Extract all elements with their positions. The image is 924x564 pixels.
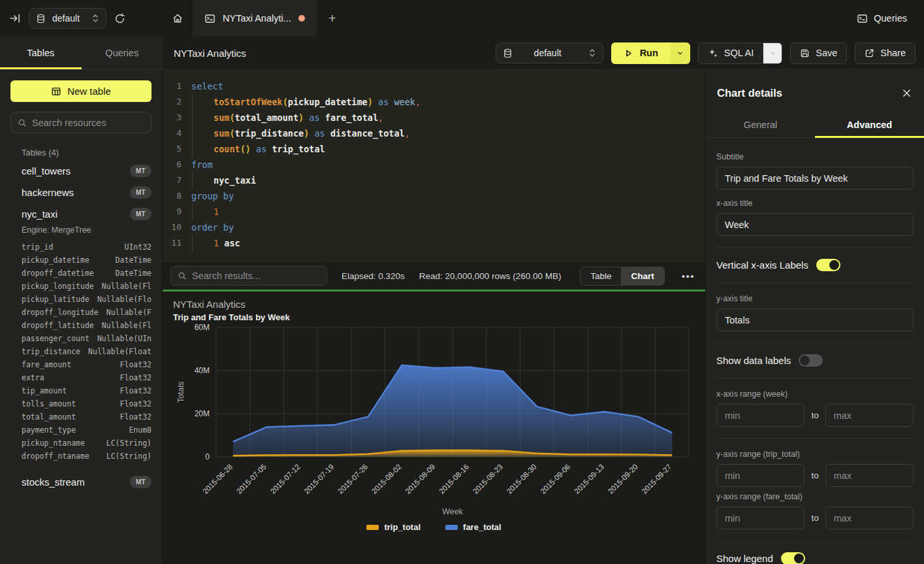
queries-label: Queries [874, 13, 907, 24]
view-toggle-table[interactable]: Table [581, 267, 621, 285]
page-title: NYTaxi Analytics [163, 37, 246, 69]
header-actions: default Run SQL AI Save [496, 37, 924, 69]
legend-label: trip_total [384, 522, 421, 532]
legend-item-trip_total[interactable]: trip_total [366, 522, 421, 532]
svg-text:2015-09-13: 2015-09-13 [573, 463, 605, 495]
column-row: dropoff_latitudeNullable(Fl [10, 319, 151, 332]
home-icon[interactable] [163, 0, 193, 37]
xaxis-range-max-input[interactable] [825, 404, 914, 427]
table-name: cell_towers [22, 165, 71, 176]
code-line: 91 [163, 204, 705, 220]
subtitle-input[interactable] [716, 167, 914, 190]
results-search-input[interactable] [192, 271, 320, 281]
results-chart: 020M40M60M2015-06-282015-07-052015-07-12… [173, 322, 695, 521]
resource-search-input[interactable] [32, 118, 144, 128]
collapse-sidebar-icon[interactable] [9, 12, 21, 24]
sql-ai-chevron[interactable] [763, 43, 782, 63]
save-button[interactable]: Save [790, 42, 847, 64]
legend-swatch [445, 525, 458, 530]
save-icon [800, 48, 810, 58]
svg-text:0: 0 [205, 452, 210, 461]
svg-text:2015-07-05: 2015-07-05 [235, 463, 268, 495]
sidebar-tab-queries[interactable]: Queries [82, 37, 163, 69]
close-icon[interactable] [900, 87, 913, 99]
new-tab-icon[interactable]: + [317, 0, 348, 37]
chart-title: NYTaxi Analytics [173, 299, 695, 310]
show-data-labels-label: Show data labels [716, 355, 791, 366]
sql-ai-label: SQL AI [724, 48, 754, 58]
chevron-updown-icon [91, 14, 99, 23]
chart-canvas: 020M40M60M2015-06-282015-07-052015-07-12… [173, 322, 695, 518]
engine-badge: MT [130, 165, 151, 177]
xaxis-title-input[interactable] [716, 213, 914, 236]
chevron-updown-icon [588, 48, 596, 58]
yaxis-range-trip-max-input[interactable] [825, 464, 914, 487]
svg-text:Week: Week [442, 507, 463, 516]
column-row: pickup_ntanameLC(String) [10, 437, 151, 450]
sql-editor[interactable]: 1select2toStartOfWeek(pickup_datetime) a… [163, 70, 705, 262]
column-row: pickup_datetimeDateTime [10, 254, 151, 267]
column-row: passenger_countNullable(UIn [10, 332, 151, 345]
refresh-icon[interactable] [114, 13, 125, 24]
vertical-xaxis-labels-toggle[interactable] [816, 259, 840, 271]
column-row: trip_idUInt32 [10, 241, 151, 254]
legend-item-fare_total[interactable]: fare_total [445, 522, 502, 532]
header-row: Tables Queries NYTaxi Analytics default … [0, 37, 924, 70]
database-selector-value: default [51, 13, 86, 24]
database-selector[interactable]: default [29, 8, 106, 29]
svg-text:40M: 40M [195, 366, 210, 375]
panel-title: Chart details [717, 87, 782, 99]
queries-button[interactable]: Queries [857, 0, 924, 37]
results-search [170, 266, 327, 286]
resource-search [10, 112, 151, 133]
svg-text:2015-08-09: 2015-08-09 [404, 463, 436, 495]
yaxis-range-trip-min-input[interactable] [716, 464, 805, 487]
table-item-stocks_stream[interactable]: stocks_streamMT [10, 471, 151, 493]
new-table-label: New table [67, 86, 111, 97]
share-label: Share [880, 48, 906, 58]
sidebar-tab-tables[interactable]: Tables [0, 37, 82, 69]
column-row: fare_amountFloat32 [10, 358, 151, 371]
svg-text:2015-09-27: 2015-09-27 [640, 463, 673, 495]
share-button[interactable]: Share [855, 42, 916, 64]
chart-legend: trip_totalfare_total [173, 522, 695, 532]
editor-results-area: 1select2toStartOfWeek(pickup_datetime) a… [163, 70, 705, 564]
column-row: dropoff_ntanameLC(String) [10, 450, 151, 463]
query-database-selector[interactable]: default [496, 42, 603, 63]
svg-text:60M: 60M [195, 323, 210, 332]
table-item-cell_towers[interactable]: cell_towersMT [10, 160, 151, 182]
code-line: 8group by [163, 188, 705, 204]
run-options-chevron[interactable] [671, 42, 690, 64]
column-row: total_amountFloat32 [10, 410, 151, 423]
engine-badge: MT [130, 186, 151, 199]
tab-advanced[interactable]: Advanced [815, 112, 924, 137]
show-legend-toggle[interactable] [781, 552, 805, 564]
query-database-value: default [533, 48, 568, 58]
tab-general[interactable]: General [706, 112, 815, 137]
table-name: nyc_taxi [22, 208, 57, 220]
xaxis-range-min-input[interactable] [716, 404, 805, 427]
more-options-icon[interactable]: ••• [679, 271, 697, 282]
yaxis-range-fare-min-input[interactable] [716, 506, 805, 529]
sql-ai-button[interactable]: SQL AI [699, 43, 763, 63]
yaxis-range-fare-max-input[interactable] [825, 506, 914, 529]
show-data-labels-toggle[interactable] [799, 354, 823, 367]
column-row: pickup_latitudeNullable(Flo [10, 293, 151, 306]
column-row: tip_amountFloat32 [10, 384, 151, 397]
column-row: tolls_amountFloat32 [10, 397, 151, 410]
table-item-nyc_taxi[interactable]: nyc_taxiMT [10, 203, 151, 225]
legend-label: fare_total [463, 522, 502, 532]
to-label: to [811, 513, 818, 523]
database-icon [503, 48, 513, 58]
table-item-hackernews[interactable]: hackernewsMT [10, 182, 151, 203]
view-toggle-chart[interactable]: Chart [621, 267, 663, 285]
new-table-button[interactable]: New table [10, 80, 151, 102]
tab-nytaxi-analytics[interactable]: NYTaxi Analyti... [193, 0, 317, 37]
yaxis-title-input[interactable] [716, 308, 914, 331]
svg-text:2015-06-28: 2015-06-28 [201, 463, 234, 495]
unsaved-changes-dot [298, 15, 305, 22]
save-label: Save [816, 48, 837, 58]
run-button[interactable]: Run [611, 42, 671, 64]
code-line: 2toStartOfWeek(pickup_datetime) as week, [163, 94, 705, 110]
show-legend-label: Show legend [716, 553, 773, 564]
